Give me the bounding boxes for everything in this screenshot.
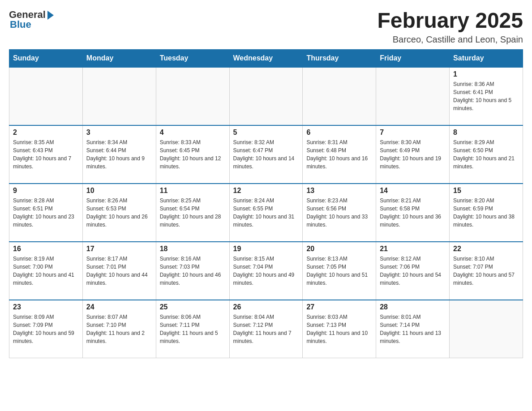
day-info: Sunrise: 8:12 AM Sunset: 7:06 PM Dayligh…: [380, 255, 446, 287]
day-number: 7: [380, 128, 446, 137]
day-info: Sunrise: 8:06 AM Sunset: 7:11 PM Dayligh…: [160, 313, 226, 345]
day-number: 18: [160, 245, 226, 253]
day-info: Sunrise: 8:35 AM Sunset: 6:43 PM Dayligh…: [13, 138, 79, 171]
day-info: Sunrise: 8:16 AM Sunset: 7:03 PM Dayligh…: [160, 255, 226, 287]
calendar-cell: 21Sunrise: 8:12 AM Sunset: 7:06 PM Dayli…: [376, 242, 450, 300]
header-monday: Monday: [82, 49, 156, 67]
day-info: Sunrise: 8:13 AM Sunset: 7:05 PM Dayligh…: [306, 255, 372, 287]
calendar-cell: 5Sunrise: 8:32 AM Sunset: 6:47 PM Daylig…: [229, 125, 303, 184]
calendar-cell: [82, 67, 156, 125]
calendar-cell: [9, 67, 83, 125]
calendar-cell: 18Sunrise: 8:16 AM Sunset: 7:03 PM Dayli…: [156, 242, 229, 300]
calendar-cell: 1Sunrise: 8:36 AM Sunset: 6:41 PM Daylig…: [450, 67, 523, 125]
day-number: 28: [380, 303, 446, 311]
header-saturday: Saturday: [450, 49, 523, 67]
day-info: Sunrise: 8:20 AM Sunset: 6:59 PM Dayligh…: [453, 197, 519, 229]
day-number: 10: [86, 187, 152, 195]
calendar-cell: 25Sunrise: 8:06 AM Sunset: 7:11 PM Dayli…: [156, 300, 229, 358]
day-info: Sunrise: 8:28 AM Sunset: 6:51 PM Dayligh…: [13, 197, 79, 229]
calendar-cell: 22Sunrise: 8:10 AM Sunset: 7:07 PM Dayli…: [450, 242, 523, 300]
logo-arrow-icon: [47, 11, 54, 20]
day-info: Sunrise: 8:21 AM Sunset: 6:58 PM Dayligh…: [380, 197, 446, 229]
calendar-cell: [450, 300, 523, 358]
calendar-cell: 24Sunrise: 8:07 AM Sunset: 7:10 PM Dayli…: [82, 300, 156, 358]
day-number: 5: [233, 128, 299, 137]
calendar-week-1: 1Sunrise: 8:36 AM Sunset: 6:41 PM Daylig…: [9, 67, 523, 125]
day-number: 11: [160, 187, 226, 195]
calendar-cell: 27Sunrise: 8:03 AM Sunset: 7:13 PM Dayli…: [303, 300, 376, 358]
day-number: 23: [13, 303, 79, 311]
day-info: Sunrise: 8:33 AM Sunset: 6:45 PM Dayligh…: [160, 138, 226, 171]
day-info: Sunrise: 8:01 AM Sunset: 7:14 PM Dayligh…: [380, 313, 446, 345]
calendar-cell: 26Sunrise: 8:04 AM Sunset: 7:12 PM Dayli…: [229, 300, 303, 358]
day-info: Sunrise: 8:30 AM Sunset: 6:49 PM Dayligh…: [380, 138, 446, 171]
calendar-cell: 3Sunrise: 8:34 AM Sunset: 6:44 PM Daylig…: [82, 125, 156, 184]
title-section: February 2025 Barceo, Castille and Leon,…: [377, 9, 523, 45]
day-number: 15: [453, 187, 519, 195]
day-number: 1: [453, 70, 519, 78]
day-info: Sunrise: 8:15 AM Sunset: 7:04 PM Dayligh…: [233, 255, 299, 287]
calendar-header-row: SundayMondayTuesdayWednesdayThursdayFrid…: [9, 49, 523, 67]
day-info: Sunrise: 8:04 AM Sunset: 7:12 PM Dayligh…: [233, 313, 299, 345]
day-info: Sunrise: 8:34 AM Sunset: 6:44 PM Dayligh…: [86, 138, 152, 171]
calendar-cell: [303, 67, 376, 125]
header-sunday: Sunday: [9, 49, 83, 67]
calendar-cell: 4Sunrise: 8:33 AM Sunset: 6:45 PM Daylig…: [156, 125, 229, 184]
calendar-week-2: 2Sunrise: 8:35 AM Sunset: 6:43 PM Daylig…: [9, 125, 523, 184]
header-friday: Friday: [376, 49, 450, 67]
day-info: Sunrise: 8:24 AM Sunset: 6:55 PM Dayligh…: [233, 197, 299, 229]
day-info: Sunrise: 8:29 AM Sunset: 6:50 PM Dayligh…: [453, 138, 519, 171]
day-info: Sunrise: 8:26 AM Sunset: 6:53 PM Dayligh…: [86, 197, 152, 229]
day-number: 16: [13, 245, 79, 253]
calendar-cell: 12Sunrise: 8:24 AM Sunset: 6:55 PM Dayli…: [229, 184, 303, 242]
day-number: 22: [453, 245, 519, 253]
calendar-cell: 13Sunrise: 8:23 AM Sunset: 6:56 PM Dayli…: [303, 184, 376, 242]
calendar-cell: 6Sunrise: 8:31 AM Sunset: 6:48 PM Daylig…: [303, 125, 376, 184]
page-header: General Blue February 2025 Barceo, Casti…: [9, 9, 523, 45]
calendar-cell: [376, 67, 450, 125]
day-info: Sunrise: 8:23 AM Sunset: 6:56 PM Dayligh…: [306, 197, 372, 229]
day-number: 14: [380, 187, 446, 195]
calendar-body: 1Sunrise: 8:36 AM Sunset: 6:41 PM Daylig…: [9, 67, 523, 358]
calendar-cell: 17Sunrise: 8:17 AM Sunset: 7:01 PM Dayli…: [82, 242, 156, 300]
logo-blue-text: Blue: [10, 19, 31, 30]
day-number: 19: [233, 245, 299, 253]
day-number: 25: [160, 303, 226, 311]
day-info: Sunrise: 8:10 AM Sunset: 7:07 PM Dayligh…: [453, 255, 519, 287]
day-number: 6: [306, 128, 372, 137]
calendar-cell: 20Sunrise: 8:13 AM Sunset: 7:05 PM Dayli…: [303, 242, 376, 300]
day-info: Sunrise: 8:31 AM Sunset: 6:48 PM Dayligh…: [306, 138, 372, 171]
day-number: 2: [13, 128, 79, 137]
day-number: 8: [453, 128, 519, 137]
calendar-week-5: 23Sunrise: 8:09 AM Sunset: 7:09 PM Dayli…: [9, 300, 523, 358]
header-wednesday: Wednesday: [229, 49, 303, 67]
day-number: 20: [306, 245, 372, 253]
day-number: 21: [380, 245, 446, 253]
calendar-cell: 2Sunrise: 8:35 AM Sunset: 6:43 PM Daylig…: [9, 125, 83, 184]
day-number: 4: [160, 128, 226, 137]
day-number: 26: [233, 303, 299, 311]
calendar-cell: 9Sunrise: 8:28 AM Sunset: 6:51 PM Daylig…: [9, 184, 83, 242]
day-number: 9: [13, 187, 79, 195]
day-number: 24: [86, 303, 152, 311]
day-info: Sunrise: 8:36 AM Sunset: 6:41 PM Dayligh…: [453, 80, 519, 112]
header-thursday: Thursday: [303, 49, 376, 67]
day-info: Sunrise: 8:19 AM Sunset: 7:00 PM Dayligh…: [13, 255, 79, 287]
day-number: 27: [306, 303, 372, 311]
calendar-cell: 11Sunrise: 8:25 AM Sunset: 6:54 PM Dayli…: [156, 184, 229, 242]
calendar-week-4: 16Sunrise: 8:19 AM Sunset: 7:00 PM Dayli…: [9, 242, 523, 300]
calendar-cell: 23Sunrise: 8:09 AM Sunset: 7:09 PM Dayli…: [9, 300, 83, 358]
day-info: Sunrise: 8:32 AM Sunset: 6:47 PM Dayligh…: [233, 138, 299, 171]
location-title: Barceo, Castille and Leon, Spain: [377, 34, 523, 45]
calendar-cell: 19Sunrise: 8:15 AM Sunset: 7:04 PM Dayli…: [229, 242, 303, 300]
day-info: Sunrise: 8:03 AM Sunset: 7:13 PM Dayligh…: [306, 313, 372, 345]
day-number: 17: [86, 245, 152, 253]
day-number: 12: [233, 187, 299, 195]
logo: General Blue: [9, 9, 54, 30]
calendar-week-3: 9Sunrise: 8:28 AM Sunset: 6:51 PM Daylig…: [9, 184, 523, 242]
month-title: February 2025: [377, 9, 523, 33]
calendar-header: SundayMondayTuesdayWednesdayThursdayFrid…: [9, 49, 523, 67]
calendar-cell: 16Sunrise: 8:19 AM Sunset: 7:00 PM Dayli…: [9, 242, 83, 300]
header-tuesday: Tuesday: [156, 49, 229, 67]
day-number: 3: [86, 128, 152, 137]
